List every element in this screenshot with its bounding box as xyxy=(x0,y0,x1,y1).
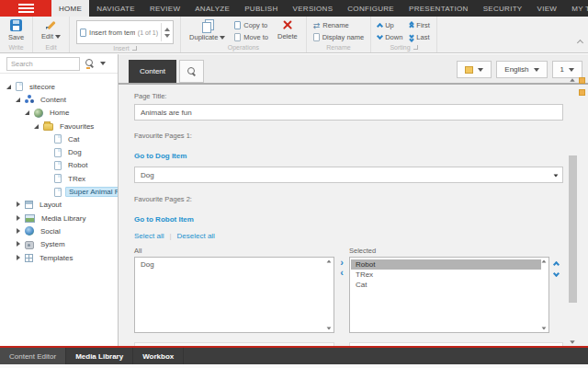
tree-item-cat[interactable]: Cat xyxy=(0,132,118,145)
go-to-robot-item-link[interactable]: Go to Robot Item xyxy=(134,215,194,224)
statusbar-tab-content-editor[interactable]: Content Editor xyxy=(0,348,66,364)
ribbon-tab-navigate[interactable]: NAVIGATE xyxy=(89,0,142,17)
move-right-button[interactable]: › xyxy=(340,259,344,267)
tree-item-trex[interactable]: TRex xyxy=(0,172,118,185)
templates-icon xyxy=(25,254,33,262)
ribbon-tab-view[interactable]: VIEW xyxy=(530,0,565,17)
group-options-icon[interactable] xyxy=(132,46,137,51)
tree-item-home[interactable]: Home xyxy=(0,107,118,120)
expanded-arrow-icon[interactable] xyxy=(33,123,40,130)
scroll-down-icon[interactable] xyxy=(570,340,574,344)
ribbon-tab-my-toolbar[interactable]: MY TOOLBAR xyxy=(564,0,588,17)
list-scroll-up-icon[interactable] xyxy=(542,259,547,262)
sitecore-menu-button[interactable] xyxy=(0,0,51,17)
order-up-button[interactable] xyxy=(553,261,560,268)
expanded-arrow-icon[interactable] xyxy=(6,84,12,90)
move-to-icon xyxy=(234,33,241,41)
group-options-icon[interactable] xyxy=(413,45,418,50)
delete-button[interactable]: Delete xyxy=(276,19,300,40)
ribbon-tab-presentation[interactable]: PRESENTATION xyxy=(401,0,476,17)
copy-to-button[interactable]: Copy to xyxy=(234,21,268,29)
scrollbar-thumb[interactable] xyxy=(569,155,577,303)
ribbon-tabs: HOME NAVIGATE REVIEW ANALYZE PUBLISH VER… xyxy=(51,0,588,17)
sort-down-button[interactable]: Down xyxy=(378,33,402,41)
tree-item-social[interactable]: Social xyxy=(0,224,118,237)
tree-item-content[interactable]: Content xyxy=(0,93,118,106)
statusbar-tab-media-library[interactable]: Media Library xyxy=(66,348,133,364)
move-to-button[interactable]: Move to xyxy=(234,33,268,41)
list-item[interactable]: Cat xyxy=(351,280,541,290)
tree-item-sitecore[interactable]: sitecore xyxy=(0,80,118,93)
tree-item-robot[interactable]: Robot xyxy=(0,159,118,172)
search-icon[interactable] xyxy=(85,59,95,68)
edit-button[interactable]: Edit xyxy=(40,19,62,40)
spinner-down-icon[interactable] xyxy=(164,34,170,38)
expanded-arrow-icon[interactable] xyxy=(24,109,30,116)
list-scroll-up-icon[interactable] xyxy=(327,259,332,262)
content-tree: sitecore Content Home Favourites xyxy=(0,74,118,348)
ribbon-tab-analyze[interactable]: ANALYZE xyxy=(187,0,237,17)
collapsed-arrow-icon[interactable] xyxy=(15,201,21,208)
ribbon-collapse-button[interactable] xyxy=(578,32,582,49)
search-input[interactable] xyxy=(6,57,80,71)
ribbon-tab-publish[interactable]: PUBLISH xyxy=(237,0,285,17)
collapsed-arrow-icon[interactable] xyxy=(15,255,21,261)
collapsed-arrow-icon[interactable] xyxy=(15,215,21,222)
ribbon-tab-configure[interactable]: CONFIGURE xyxy=(340,0,401,17)
ribbon-tab-home[interactable]: HOME xyxy=(51,0,89,17)
sort-first-button[interactable]: First xyxy=(410,21,430,29)
collapsed-arrow-icon[interactable] xyxy=(15,241,21,247)
validation-warning-icon[interactable] xyxy=(579,89,585,96)
move-left-button[interactable]: ‹ xyxy=(340,269,344,277)
list-item[interactable]: Dog xyxy=(136,259,326,270)
version-button[interactable]: 1 xyxy=(552,61,582,78)
content-scrollbar[interactable] xyxy=(569,78,577,346)
sort-up-button[interactable]: Up xyxy=(378,21,402,29)
insert-from-template-button[interactable]: Insert from templ (1 of 1) xyxy=(76,20,174,44)
document-icon xyxy=(54,188,62,197)
insert-scroll-spinner[interactable] xyxy=(161,23,170,41)
tab-search[interactable] xyxy=(179,60,204,83)
ribbon-tab-security[interactable]: SECURITY xyxy=(476,0,530,17)
tree-item-system[interactable]: System xyxy=(0,238,118,251)
tree-item-layout[interactable]: Layout xyxy=(0,199,118,212)
tree-item-favourites[interactable]: Favourites xyxy=(0,120,118,132)
rename-button[interactable]: ⇄ Rename xyxy=(313,21,364,29)
list-item-selected[interactable]: Robot xyxy=(351,259,541,270)
scroll-up-icon[interactable] xyxy=(570,78,574,82)
all-listbox[interactable]: Dog xyxy=(134,257,334,333)
list-scroll-down-icon[interactable] xyxy=(327,327,332,329)
list-scroll-down-icon[interactable] xyxy=(542,327,547,329)
list-item[interactable]: TRex xyxy=(351,270,541,280)
tree-item-templates[interactable]: Templates xyxy=(0,251,118,264)
validation-strip xyxy=(579,77,587,96)
sort-last-button[interactable]: Last xyxy=(410,33,430,41)
tab-content[interactable]: Content xyxy=(129,60,176,83)
statusbar-tab-workbox[interactable]: Workbox xyxy=(133,348,184,364)
ribbon-tab-versions[interactable]: VERSIONS xyxy=(286,0,341,17)
deselect-all-link[interactable]: Deselect all xyxy=(177,232,215,240)
favourite-pages-1-dropdown[interactable]: Dog xyxy=(134,167,563,183)
content-tree-panel: sitecore Content Home Favourites xyxy=(0,54,119,348)
duplicate-button[interactable]: Duplicate xyxy=(187,19,227,41)
search-options-chevron-icon[interactable] xyxy=(100,62,106,65)
selected-list-label: Selected xyxy=(349,247,549,255)
ribbon-tab-review[interactable]: REVIEW xyxy=(142,0,187,17)
display-name-button[interactable]: Display name xyxy=(313,33,364,41)
validation-warning-icon[interactable] xyxy=(579,77,585,84)
expanded-arrow-icon[interactable] xyxy=(15,97,21,103)
profile-cards-button[interactable] xyxy=(457,61,492,78)
tree-item-dog[interactable]: Dog xyxy=(0,145,118,158)
select-all-link[interactable]: Select all xyxy=(134,232,164,240)
go-to-dog-item-link[interactable]: Go to Dog Item xyxy=(134,152,187,160)
order-down-button[interactable] xyxy=(553,270,560,277)
language-button[interactable]: English xyxy=(496,61,547,78)
tree-item-super-animal-fight[interactable]: Super Animal Fight xyxy=(0,185,118,198)
tree-item-media-library[interactable]: Media Library xyxy=(0,212,118,224)
collapsed-arrow-icon[interactable] xyxy=(15,228,21,235)
page-title-input[interactable] xyxy=(134,104,563,121)
selected-listbox[interactable]: Robot TRex Cat xyxy=(349,257,549,333)
group-label-write: Write xyxy=(6,43,26,52)
save-button[interactable]: Save xyxy=(6,19,26,41)
spinner-up-icon[interactable] xyxy=(164,28,170,31)
